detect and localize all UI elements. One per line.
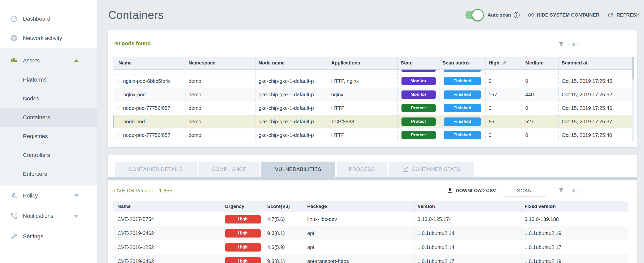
sidebar-item-dashboard[interactable]: Dashboard xyxy=(0,9,97,29)
cve-table-header: Name Urgency Score(V3) Package Version F… xyxy=(113,201,628,212)
column-header-scanned-at[interactable]: Scanned at xyxy=(558,57,632,69)
column-header-name[interactable]: Name xyxy=(113,57,185,69)
sort-desc-icon xyxy=(501,60,507,66)
sidebar-item-network-activity[interactable]: Network activity xyxy=(0,29,97,48)
pod-medium-count: 0 xyxy=(522,101,558,115)
pods-filter-input[interactable] xyxy=(553,38,633,51)
cve-name: CVE-2016-1252 xyxy=(113,240,222,254)
column-header-score[interactable]: Score(V3) xyxy=(264,201,304,212)
scan-status-badge: Finished xyxy=(444,104,481,112)
pod-high-count: 0 xyxy=(485,101,522,115)
sidebar-item-containers[interactable]: Containers xyxy=(0,108,97,127)
column-header-node-name[interactable]: Node name xyxy=(255,57,328,69)
chart-icon xyxy=(403,166,409,173)
chevron-down-icon[interactable] xyxy=(74,215,79,218)
column-header-state[interactable]: State xyxy=(397,57,439,69)
cve-row[interactable]: CVE-2019-3462 High 9.3(8.1) apt-transpor… xyxy=(113,254,628,263)
sidebar-item-controllers[interactable]: Controllers xyxy=(0,146,97,165)
column-header-applications[interactable]: Applications xyxy=(328,57,397,69)
table-row[interactable]: node-pod-77756f657 demo gke-chip-gke-1-d… xyxy=(113,128,632,142)
cve-score: 4.3(5.9) xyxy=(264,240,304,254)
sidebar-item-policy[interactable]: Policy xyxy=(0,186,97,206)
pod-scanned-at: Oct 15, 2019 17:25:37 xyxy=(558,115,632,128)
tab-container-details[interactable]: CONTAINER DETAILS xyxy=(115,162,197,177)
cve-fixed-version: 3.13.0-139.188 xyxy=(521,212,628,226)
refresh-button[interactable]: REFRESH xyxy=(607,11,640,19)
pod-applications: TCP/8888 xyxy=(328,115,397,128)
sidebar-item-label: Notifications xyxy=(23,213,53,219)
sidebar-item-settings[interactable]: Settings xyxy=(0,226,97,247)
tab-vulnerabilities[interactable]: VULNERABILITIES xyxy=(261,162,335,177)
wrench-icon xyxy=(10,233,18,240)
column-header-scan-status[interactable]: Scan status xyxy=(439,57,485,69)
pods-table-body: Monitor Finished nginx-pod-6bbc5fb4c dem… xyxy=(113,70,632,142)
table-row[interactable]: nginx-pod-6bbc5fb4c demo gke-chip-gke-1-… xyxy=(113,74,632,88)
scan-button[interactable]: SCAN xyxy=(503,185,546,196)
toggle-knob-icon xyxy=(472,9,484,21)
cve-fixed-version: 1.0.1ubuntu2.19 xyxy=(521,226,628,240)
collapse-row-icon[interactable] xyxy=(116,106,120,110)
column-header-medium[interactable]: Medium xyxy=(522,57,558,69)
download-icon xyxy=(447,187,453,194)
cubes-icon xyxy=(10,57,18,64)
pod-applications: nginx xyxy=(328,88,397,101)
tab-compliance[interactable]: COMPLIANCE xyxy=(198,162,260,177)
chevron-up-icon[interactable] xyxy=(74,59,79,62)
pod-medium-count: 0 xyxy=(522,74,558,88)
collapse-row-icon[interactable] xyxy=(116,79,120,83)
column-header-urgency[interactable]: Urgency xyxy=(222,201,264,212)
collapse-row-icon[interactable] xyxy=(116,133,120,137)
sidebar-item-label: Settings xyxy=(23,233,43,240)
state-badge: Monitor xyxy=(401,77,436,85)
cve-version: 1.0.1ubuntu2.14 xyxy=(414,240,521,254)
pod-scanned-at: Oct 15, 2019 17:25:52 xyxy=(558,88,632,101)
info-icon[interactable] xyxy=(513,12,520,18)
chevron-down-icon[interactable] xyxy=(74,194,79,197)
main-content: Containers Auto scan HIDE SYSTEM CONTAIN… xyxy=(98,0,644,263)
pod-scanned-at: Oct 15, 2019 17:25:46 xyxy=(558,101,632,115)
cve-row[interactable]: CVE-2017-5754 High 4.7(5.6) linux-libc-d… xyxy=(113,212,628,226)
sidebar-item-enforcers[interactable]: Enforcers xyxy=(0,165,97,183)
column-header-high[interactable]: High xyxy=(485,57,522,69)
scan-status-badge: Finished xyxy=(444,90,481,99)
vulnerabilities-filter-input[interactable] xyxy=(553,184,633,197)
scrollbar-thumb[interactable] xyxy=(632,57,634,80)
table-row[interactable]: node-pod-77756f657 demo gke-chip-gke-1-d… xyxy=(113,101,632,115)
table-row-partial[interactable]: Monitor Finished xyxy=(113,70,632,74)
state-badge: Protect xyxy=(401,117,436,126)
column-header-version[interactable]: Version xyxy=(414,201,521,212)
sidebar-item-assets[interactable]: Assets xyxy=(0,51,97,70)
scan-status-badge: Finished xyxy=(444,131,481,139)
column-header-fixed-version[interactable]: Fixed version xyxy=(521,201,628,212)
pods-table-scrollbar xyxy=(632,57,634,142)
state-badge: Protect xyxy=(401,104,436,112)
column-header-package[interactable]: Package xyxy=(304,201,414,212)
download-csv-button[interactable]: DOWNLOAD CSV xyxy=(447,187,496,194)
pod-node: gke-chip-gke-1-default-p xyxy=(255,128,328,142)
table-row[interactable]: nginx-pod demo gke-chip-gke-1-default-p … xyxy=(113,88,632,101)
auto-scan-toggle[interactable] xyxy=(465,11,481,19)
sidebar-item-notifications[interactable]: Notifications xyxy=(0,206,97,226)
funnel-icon xyxy=(558,188,564,193)
pod-name: node-pod-77756f657 xyxy=(123,132,170,138)
tab-container-stats[interactable]: CONTAINER STATS xyxy=(388,162,474,177)
cve-name: CVE-2017-5754 xyxy=(113,212,222,226)
tab-process[interactable]: PROCESS xyxy=(337,162,387,177)
sidebar-item-label: Platforms xyxy=(23,76,47,83)
sidebar-item-registries[interactable]: Registries xyxy=(0,127,97,146)
cve-row[interactable]: CVE-2016-1252 High 4.3(5.9) apt 1.0.1ubu… xyxy=(113,240,628,254)
download-csv-label: DOWNLOAD CSV xyxy=(456,188,496,193)
cve-row[interactable]: CVE-2019-3462 High 9.3(8.1) apt 1.0.1ubu… xyxy=(113,226,628,240)
sidebar-item-nodes[interactable]: Nodes xyxy=(0,89,97,108)
cve-package: apt xyxy=(304,240,414,254)
column-header-cve-name[interactable]: Name xyxy=(113,201,222,212)
scan-status-badge: Finished xyxy=(444,70,481,72)
hide-system-container-button[interactable]: HIDE SYSTEM CONTAINER xyxy=(528,11,600,19)
eye-slash-icon xyxy=(528,11,535,19)
cve-package: apt-transport-https xyxy=(304,254,414,263)
hide-system-container-label: HIDE SYSTEM CONTAINER xyxy=(537,12,600,18)
table-row-selected[interactable]: node-pod demo gke-chip-gke-1-default-p T… xyxy=(113,115,632,128)
column-header-namespace[interactable]: Namespace xyxy=(185,57,255,69)
sidebar-item-platforms[interactable]: Platforms xyxy=(0,70,97,89)
pod-name: node-pod-77756f657 xyxy=(123,105,170,111)
